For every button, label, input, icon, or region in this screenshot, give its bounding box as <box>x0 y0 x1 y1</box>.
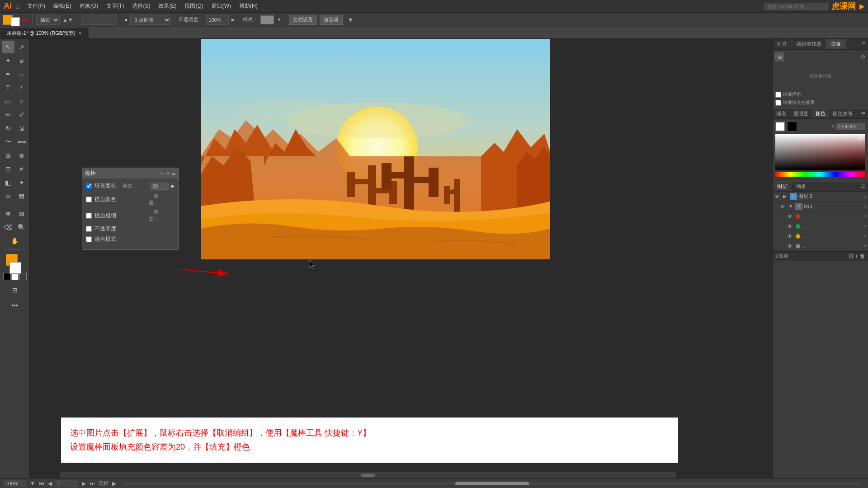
scale-strokes-checkbox[interactable] <box>775 100 781 106</box>
layer-lock-5[interactable]: ○ <box>863 244 866 249</box>
point-select[interactable]: 3 点圆形 <box>130 15 171 25</box>
new-layer-icon[interactable]: + <box>855 253 858 259</box>
tab-align[interactable]: 对齐 <box>773 39 792 49</box>
layer-row-0[interactable]: 👁 ▶ L 图层 2 ○ <box>773 192 868 202</box>
pen-tool[interactable]: ✒ <box>2 68 14 80</box>
eyedropper-tool[interactable]: ✦ <box>15 176 28 189</box>
rotate-tool[interactable]: ↻ <box>2 122 14 135</box>
tab-layers[interactable]: 图层 <box>773 182 792 191</box>
transform-settings-icon[interactable]: ⚙ <box>861 54 865 60</box>
eraser-tool[interactable]: ⌫ <box>2 221 14 234</box>
layer-eye-1[interactable]: 👁 <box>780 203 787 210</box>
tab-main[interactable]: 未标题-1* @ 100% (RGB/预览) ✕ <box>0 28 89 38</box>
tab-close-icon[interactable]: ✕ <box>78 31 82 36</box>
line-tool[interactable]: / <box>15 81 28 94</box>
blend-mode-checkbox[interactable] <box>86 236 92 242</box>
swap-colors-icon[interactable]: ⇌ <box>23 15 28 24</box>
layer-row-5[interactable]: 👁 ... ○ <box>773 241 868 251</box>
new-layer-from-selection-icon[interactable]: ⊡ <box>849 253 853 259</box>
zoom-arrow-down[interactable]: ▼ <box>30 480 35 487</box>
stroke-select[interactable]: 插边 <box>36 15 60 25</box>
layer-lock-1[interactable]: ○ <box>863 204 866 209</box>
layer-row-3[interactable]: 👁 ... ○ <box>773 221 868 231</box>
layer-lock-0[interactable]: ○ <box>863 194 866 199</box>
curvature-tool[interactable]: ⌓ <box>15 68 28 80</box>
mesh-tool[interactable]: # <box>15 163 28 175</box>
menu-text[interactable]: 文字(T) <box>103 1 127 11</box>
layer-row-1[interactable]: 👁 ▼ G 003 ○ <box>773 202 868 211</box>
black-swatch-small[interactable] <box>3 273 10 280</box>
layer-eye-3[interactable]: 👁 <box>787 223 794 230</box>
text-tool[interactable]: T <box>2 81 14 94</box>
preferences-btn[interactable]: 首选项 <box>320 15 343 25</box>
color-hue-bar[interactable] <box>775 172 865 177</box>
magic-panel-menu[interactable]: ☰ <box>172 171 176 176</box>
magic-panel-minimize[interactable]: — <box>160 171 165 176</box>
ellipse-tool[interactable]: ○ <box>15 95 28 108</box>
perspective-tool[interactable]: ⊡ <box>2 163 14 175</box>
width-tool[interactable]: ⟺ <box>15 136 28 148</box>
layer-expand-1[interactable]: ▼ <box>788 204 794 209</box>
nav-last[interactable]: ⏭ <box>90 480 95 487</box>
layer-lock-2[interactable]: ○ <box>863 214 866 219</box>
stroke-color-checkbox[interactable] <box>86 197 92 202</box>
opacity-input[interactable] <box>206 15 229 25</box>
lasso-tool[interactable]: ⌀ <box>15 54 28 67</box>
selection-tool[interactable]: ↖ <box>2 41 14 53</box>
more-tools-btn[interactable]: ••• <box>9 299 21 312</box>
nav-first[interactable]: ⏮ <box>39 480 44 487</box>
status-play-btn[interactable]: ▶ <box>112 480 116 487</box>
layer-row-2[interactable]: 👁 ... ○ <box>773 211 868 221</box>
zoom-input[interactable] <box>4 480 26 487</box>
layer-expand-0[interactable]: ▶ <box>783 194 788 199</box>
menu-edit[interactable]: 编辑(E) <box>50 1 75 11</box>
fill-color-checkbox[interactable] <box>86 183 92 189</box>
symbol-tool[interactable]: ❋ <box>2 207 14 220</box>
page-input[interactable] <box>56 480 78 487</box>
zoom-tool[interactable]: 🔍 <box>15 221 28 234</box>
layer-eye-5[interactable]: 👁 <box>787 243 794 249</box>
artboard-tool[interactable]: ⊟ <box>9 284 21 296</box>
layer-row-4[interactable]: 👁 ... ○ <box>773 231 868 241</box>
black-bg-swatch[interactable] <box>787 122 797 131</box>
layer-lock-3[interactable]: ○ <box>863 224 866 229</box>
hex-input[interactable] <box>836 123 865 130</box>
menu-help[interactable]: 帮助(H) <box>236 1 261 11</box>
stroke-width-checkbox[interactable] <box>86 213 92 219</box>
warp-tool[interactable]: 〜 <box>2 136 14 148</box>
menu-object[interactable]: 对象(O) <box>76 1 102 11</box>
magic-panel-titlebar[interactable]: 魔棒 — ✕ ☰ <box>82 168 179 178</box>
layer-eye-2[interactable]: 👁 <box>787 213 794 220</box>
nav-next[interactable]: ▶ <box>82 480 86 487</box>
doc-settings-btn[interactable]: 文档设置 <box>289 15 317 25</box>
delete-layer-icon[interactable]: 🗑 <box>860 253 865 259</box>
layer-eye-0[interactable]: 👁 <box>774 193 782 200</box>
stroke-value-input[interactable] <box>81 15 117 25</box>
search-input[interactable] <box>764 3 828 10</box>
menu-effect[interactable]: 效果(E) <box>155 1 180 11</box>
menu-file[interactable]: 文件(F) <box>24 1 48 11</box>
shape-builder-tool[interactable]: ⊕ <box>15 149 28 162</box>
tab-transform[interactable]: 变换 <box>826 39 846 49</box>
color-panel-menu[interactable]: ☰ <box>859 110 868 117</box>
menu-select[interactable]: 选择(S) <box>128 1 154 11</box>
tab-color-ref[interactable]: 颜色参考 <box>829 109 856 118</box>
background-swatch[interactable] <box>9 262 21 274</box>
white-fg-swatch[interactable] <box>775 122 785 131</box>
free-transform-tool[interactable]: ⊞ <box>2 149 14 162</box>
tab-transparency[interactable]: 透明度 <box>790 109 812 118</box>
tab-pathfinder[interactable]: 路径查找器 <box>792 39 826 49</box>
scroll-thumb[interactable] <box>361 474 375 477</box>
layers-panel-menu[interactable]: ☰ <box>858 182 868 191</box>
bottom-scrollbar[interactable] <box>60 472 676 478</box>
rect-tool[interactable]: ▭ <box>2 95 14 108</box>
tab-swatches[interactable]: 渐变 <box>773 109 790 118</box>
brush-tool[interactable]: ✏ <box>2 108 14 121</box>
tolerance-arrow-1[interactable]: ▶ <box>171 183 175 188</box>
magic-panel-close[interactable]: ✕ <box>166 171 170 176</box>
hand-tool[interactable]: ✋ <box>9 235 21 247</box>
slice-tool[interactable]: ⊠ <box>15 207 28 220</box>
color-spectrum[interactable] <box>775 134 865 170</box>
stroke-swatch[interactable] <box>11 17 20 26</box>
tab-artboard[interactable]: 画板 <box>792 182 811 191</box>
